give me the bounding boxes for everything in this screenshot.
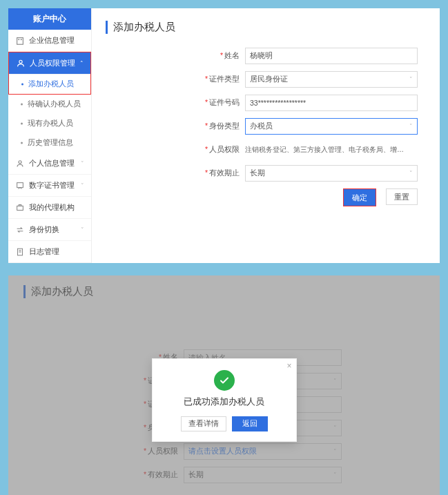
row-id-no: *证件号码 xyxy=(202,95,418,111)
sidebar-sub-existing[interactable]: 现有办税人员 xyxy=(8,114,91,133)
main-content-top: 添加办税人员 *姓名 *证件类型 居民身份证 ˅ *证件 xyxy=(92,8,440,263)
valid-value: 长期 xyxy=(250,168,265,178)
user-gear-icon xyxy=(16,59,26,68)
label-valid: 有效期止 xyxy=(209,168,240,177)
building-icon xyxy=(15,36,25,46)
valid-select[interactable]: 长期 ˅ xyxy=(245,165,418,182)
svg-point-3 xyxy=(19,60,22,63)
sidebar: 账户中心 企业信息管理 人员权限管理 ˄ 添加办税人员 xyxy=(8,8,92,263)
close-icon[interactable]: × xyxy=(286,361,291,371)
svg-point-4 xyxy=(19,160,21,163)
label-id-type: 证件类型 xyxy=(209,75,240,83)
chevron-down-icon: ˅ xyxy=(81,160,84,167)
chevron-down-icon: ˅ xyxy=(409,123,413,130)
top-panel: 账户中心 企业信息管理 人员权限管理 ˄ 添加办税人员 xyxy=(8,8,440,263)
label-role: 身份类型 xyxy=(209,122,240,130)
page-title: 添加办税人员 xyxy=(106,21,426,34)
sidebar-sub-label: 待确认办税人员 xyxy=(28,99,81,108)
row-id-type: *证件类型 居民身份证 ˅ xyxy=(202,71,418,88)
cert-icon xyxy=(15,181,25,191)
chevron-up-icon: ˄ xyxy=(80,60,84,67)
id-type-value: 居民身份证 xyxy=(250,75,288,84)
sidebar-item-label: 我的代理机构 xyxy=(29,202,75,213)
role-value: 办税员 xyxy=(250,122,273,131)
sidebar-item-agency[interactable]: 我的代理机构 xyxy=(8,197,91,219)
sidebar-item-label: 日志管理 xyxy=(29,246,59,257)
chevron-down-icon: ˅ xyxy=(81,182,84,189)
id-type-select[interactable]: 居民身份证 ˅ xyxy=(245,71,418,88)
sidebar-item-log[interactable]: 日志管理 xyxy=(8,241,91,263)
chevron-down-icon: ˅ xyxy=(81,226,84,233)
agency-icon xyxy=(15,203,25,213)
sidebar-item-cert[interactable]: 数字证书管理 ˅ xyxy=(8,175,91,197)
user-icon xyxy=(15,159,25,168)
svg-rect-5 xyxy=(17,182,23,187)
svg-rect-0 xyxy=(17,37,23,44)
svg-rect-2 xyxy=(21,39,22,40)
name-input[interactable] xyxy=(245,48,418,64)
sidebar-item-label: 身份切换 xyxy=(29,224,59,235)
sidebar-sub-pending[interactable]: 待确认办税人员 xyxy=(8,95,91,114)
reset-button[interactable]: 重置 xyxy=(386,188,418,205)
sidebar-sub-add[interactable]: 添加办税人员 xyxy=(9,75,90,94)
sidebar-item-personal[interactable]: 个人信息管理 ˅ xyxy=(8,153,91,175)
row-perm: *人员权限 注销税务登记、第三方接入管理、电子税务局、增… xyxy=(202,142,418,158)
confirm-button[interactable]: 确定 xyxy=(344,189,376,206)
sidebar-item-label: 企业信息管理 xyxy=(29,35,75,46)
sidebar-sub-label: 现有办税人员 xyxy=(28,119,73,127)
sidebar-item-label: 人员权限管理 xyxy=(30,58,75,68)
label-id-no: 证件号码 xyxy=(209,98,240,106)
chevron-down-icon: ˅ xyxy=(409,170,413,177)
check-circle-icon xyxy=(214,370,235,391)
role-select[interactable]: 办税员 ˅ xyxy=(245,118,418,135)
perm-text[interactable]: 注销税务登记、第三方接入管理、电子税务局、增… xyxy=(245,142,418,158)
chevron-down-icon: ˅ xyxy=(409,76,413,83)
success-modal: × 已成功添加办税人员 查看详情 返回 xyxy=(152,358,297,442)
row-role: *身份类型 办税员 ˅ xyxy=(202,118,418,135)
row-name: *姓名 xyxy=(202,48,418,64)
modal-message: 已成功添加办税人员 xyxy=(159,396,289,408)
bottom-panel: 添加办税人员 *姓名 *证件类型 ˅ *证件号码 *身份类 xyxy=(8,275,440,495)
sidebar-header: 账户中心 xyxy=(8,8,91,30)
label-name: 姓名 xyxy=(224,51,240,59)
sidebar-item-label: 数字证书管理 xyxy=(29,180,75,191)
back-button[interactable]: 返回 xyxy=(232,416,268,431)
svg-rect-6 xyxy=(17,206,23,210)
label-perm: 人员权限 xyxy=(209,145,240,153)
sidebar-item-enterprise[interactable]: 企业信息管理 xyxy=(8,30,91,52)
sidebar-sub-label: 历史管理信息 xyxy=(28,138,73,146)
sidebar-sub-history[interactable]: 历史管理信息 xyxy=(8,133,91,153)
sidebar-item-label: 个人信息管理 xyxy=(29,158,75,168)
view-detail-button[interactable]: 查看详情 xyxy=(181,416,226,431)
sidebar-item-switch[interactable]: 身份切换 ˅ xyxy=(8,219,91,241)
switch-icon xyxy=(15,225,25,235)
id-no-input[interactable] xyxy=(245,95,418,111)
row-valid: *有效期止 长期 ˅ xyxy=(202,165,418,182)
log-icon xyxy=(15,247,25,257)
svg-rect-1 xyxy=(18,39,19,40)
sidebar-sub-label: 添加办税人员 xyxy=(28,79,74,88)
sidebar-item-permission[interactable]: 人员权限管理 ˄ xyxy=(9,52,90,75)
